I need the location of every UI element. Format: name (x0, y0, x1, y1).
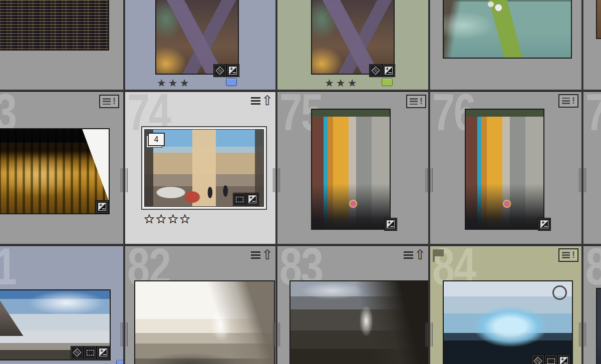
photo-thumbnail[interactable] (289, 280, 428, 364)
develop-badge[interactable]: +− (96, 201, 108, 213)
star-rating[interactable]: ★★★ (157, 78, 191, 88)
develop-badge[interactable]: +− (246, 193, 258, 205)
develop-adjustments-icon: +− (540, 220, 548, 228)
develop-badge[interactable]: +− (558, 355, 570, 364)
pick-flag-icon[interactable] (433, 249, 445, 262)
photo-thumbnail[interactable] (443, 0, 572, 59)
flag-banner (434, 249, 444, 256)
photo-thumbnail[interactable]: +− (0, 128, 110, 214)
thumbnail-badges: +− (532, 355, 570, 364)
color-label-blue[interactable] (226, 78, 237, 86)
photo-thumbnail[interactable] (596, 0, 601, 39)
tag-icon (73, 348, 82, 357)
metadata-lines-icon (103, 98, 111, 105)
develop-adjustments-icon: +− (98, 203, 106, 211)
grid-cell-77[interactable]: 77 (583, 92, 601, 244)
thumbnail-badges: +− (71, 346, 109, 358)
metadata-status-badge[interactable]: ! (99, 95, 119, 108)
photo-thumbnail[interactable] (134, 280, 275, 364)
crop-badge[interactable] (233, 193, 245, 205)
develop-adjustments-icon: +− (99, 348, 107, 356)
metadata-alert-icon: ! (572, 96, 575, 105)
metadata-status-badge[interactable]: ! (558, 248, 578, 262)
grid-cell-81[interactable]: 81 +− (0, 246, 123, 364)
grid-cell-r1b[interactable]: +− ★★★ (125, 0, 275, 90)
photo-thumbnail[interactable]: +− (311, 0, 395, 75)
keywords-badge[interactable] (370, 65, 382, 77)
cell-border-grip (121, 168, 128, 192)
cell-border-grip (121, 322, 128, 346)
tag-icon (372, 67, 380, 75)
metadata-alert-icon: ! (113, 97, 116, 106)
grid-cell-r1a[interactable] (0, 0, 123, 90)
grid-cell-76[interactable]: 76 ! +− (430, 92, 581, 244)
photo-thumbnail[interactable]: +− (155, 0, 239, 75)
metadata-status-badge[interactable]: ! (558, 94, 578, 108)
photo-thumbnail[interactable]: +− (443, 280, 573, 364)
metadata-lines-icon (562, 98, 570, 104)
up-arrow-icon: ⇧ (414, 248, 426, 262)
tag-icon (534, 357, 542, 364)
star-rating[interactable]: ★★★ (325, 78, 359, 88)
cell-border-grip (273, 322, 280, 346)
photo-thumbnail[interactable]: +− (0, 289, 111, 360)
minus-glyph: − (232, 70, 236, 76)
develop-adjustments-icon: +− (248, 195, 256, 203)
metadata-unsaved-badge[interactable]: ⇧ (251, 248, 273, 262)
keywords-badge[interactable] (532, 355, 544, 364)
up-arrow-icon: ⇧ (261, 94, 273, 108)
minus-glyph: − (103, 351, 106, 357)
grid-cell-73[interactable]: 73 ! +− (0, 92, 123, 244)
star-rating[interactable]: ★★★★ (144, 214, 192, 225)
cell-border-grip (579, 322, 586, 346)
metadata-alert-icon: ! (572, 250, 575, 259)
crop-icon (236, 197, 243, 202)
grid-cell-r1c[interactable]: +− ★★★ (277, 0, 428, 90)
keywords-badge[interactable] (71, 346, 83, 358)
stack-count-badge[interactable]: 4 (148, 133, 165, 146)
photo-thumbnail[interactable] (596, 288, 601, 364)
grid-cell-84[interactable]: 84 ! +− (430, 246, 581, 364)
mountain-peak (0, 297, 24, 336)
grid-cell-83[interactable]: 83 ⇧ (277, 246, 428, 364)
photo-thumbnail[interactable] (0, 0, 109, 51)
grid-cell-75[interactable]: 75 ! +− (277, 92, 428, 244)
photo-thumbnail[interactable]: 4 +− (144, 129, 264, 207)
metadata-unsaved-badge[interactable]: ⇧ (404, 248, 426, 262)
grid-cell-r1e[interactable] (583, 0, 601, 90)
grid-cell-82[interactable]: 82 ⇧ (125, 246, 275, 364)
develop-adjustments-icon: +− (560, 357, 568, 364)
develop-badge[interactable]: +− (97, 346, 109, 358)
color-label-blue[interactable] (116, 360, 123, 364)
develop-badge[interactable]: +− (383, 65, 395, 77)
develop-badge[interactable]: +− (538, 218, 550, 230)
cell-border-grip (426, 322, 433, 346)
develop-badge[interactable]: +− (385, 218, 397, 230)
grid-cell-85[interactable]: 85 (583, 246, 601, 364)
crop-badge[interactable] (545, 355, 557, 364)
metadata-status-badge[interactable]: ! (406, 95, 426, 108)
grid-cell-74-selected[interactable]: 74 ⇧ 4 +− ★★★★ (125, 92, 275, 244)
develop-adjustments-icon: +− (229, 67, 237, 75)
tag-icon (216, 67, 224, 75)
photo-frame: 4 +− (141, 126, 267, 210)
photo-thumbnail[interactable]: +− (311, 109, 391, 230)
quick-collection-marker[interactable] (552, 285, 567, 300)
crop-badge[interactable] (84, 346, 96, 358)
grid-cell-r1d[interactable] (430, 0, 581, 90)
metadata-unsaved-badge[interactable]: ⇧ (251, 94, 273, 108)
thumbnail-badges: +− (233, 193, 258, 205)
color-label-green[interactable] (382, 78, 393, 86)
rotated-crop-wedge (82, 129, 109, 201)
minus-glyph: − (388, 70, 392, 76)
thumbnail-badges: +− (214, 65, 239, 77)
minus-glyph: − (390, 223, 394, 229)
develop-adjustments-icon: +− (387, 220, 395, 228)
keywords-badge[interactable] (214, 65, 226, 77)
develop-adjustments-icon: +− (385, 67, 393, 75)
thumbnail-badges: +− (385, 218, 397, 230)
metadata-lines-icon (251, 97, 260, 105)
photo-thumbnail[interactable]: +− (465, 109, 544, 230)
minus-glyph: − (252, 198, 255, 204)
develop-badge[interactable]: +− (227, 65, 239, 77)
